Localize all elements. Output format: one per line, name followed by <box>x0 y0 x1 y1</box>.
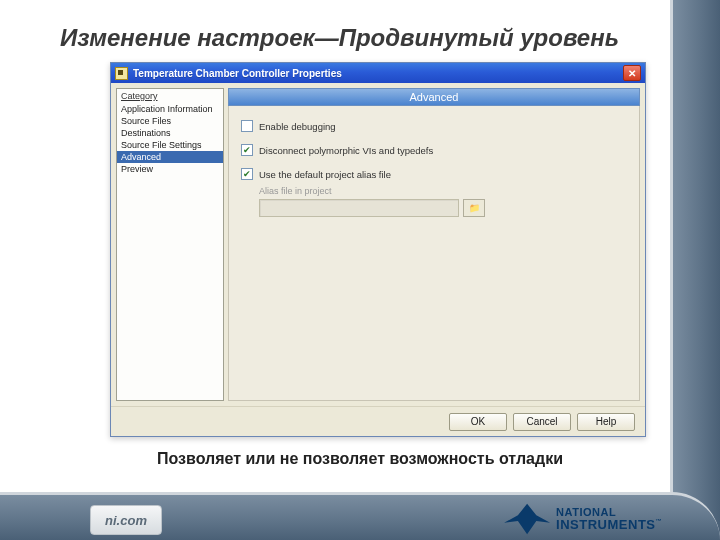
ni-com-badge: ni.com <box>90 505 162 535</box>
category-item-source-files[interactable]: Source Files <box>117 115 223 127</box>
ok-button[interactable]: OK <box>449 413 507 431</box>
alias-file-label: Alias file in project <box>259 186 627 196</box>
category-item-source-file-settings[interactable]: Source File Settings <box>117 139 223 151</box>
checkbox-disconnect-polymorphic[interactable]: ✔ <box>241 144 253 156</box>
checkbox-row-use-default-alias: ✔ Use the default project alias file <box>241 168 627 180</box>
checkbox-label: Use the default project alias file <box>259 169 391 180</box>
checkbox-row-disconnect-polymorphic: ✔ Disconnect polymorphic VIs and typedef… <box>241 144 627 156</box>
category-item-application-information[interactable]: Application Information <box>117 103 223 115</box>
panel-content: Enable debugging ✔ Disconnect polymorphi… <box>228 106 640 401</box>
checkbox-label: Enable debugging <box>259 121 336 132</box>
checkbox-enable-debugging[interactable] <box>241 120 253 132</box>
cancel-button[interactable]: Cancel <box>513 413 571 431</box>
checkbox-use-default-alias[interactable]: ✔ <box>241 168 253 180</box>
category-item-advanced[interactable]: Advanced <box>117 151 223 163</box>
folder-icon: 📁 <box>469 203 480 213</box>
titlebar-text: Temperature Chamber Controller Propertie… <box>133 68 623 79</box>
category-item-destinations[interactable]: Destinations <box>117 127 223 139</box>
ni-logo: NATIONAL INSTRUMENTS™ <box>504 500 662 538</box>
help-button[interactable]: Help <box>577 413 635 431</box>
close-icon: ✕ <box>628 68 636 79</box>
ni-eagle-icon <box>504 500 550 538</box>
logo-line-2: INSTRUMENTS™ <box>556 518 662 531</box>
dialog-body: Category Application Information Source … <box>111 83 645 406</box>
browse-button[interactable]: 📁 <box>463 199 485 217</box>
main-panel: Advanced Enable debugging ✔ Disconnect p… <box>228 88 640 401</box>
properties-dialog: Temperature Chamber Controller Propertie… <box>110 62 646 437</box>
titlebar[interactable]: Temperature Chamber Controller Propertie… <box>111 63 645 83</box>
alias-file-input[interactable] <box>259 199 459 217</box>
dialog-button-bar: OK Cancel Help <box>111 406 645 436</box>
checkbox-row-enable-debugging: Enable debugging <box>241 120 627 132</box>
slide-caption: Позволяет или не позволяет возможность о… <box>0 450 720 468</box>
slide-title: Изменение настроек—Продвинутый уровень <box>60 24 619 52</box>
app-icon <box>115 67 128 80</box>
alias-file-row: 📁 <box>259 199 627 217</box>
category-header: Category <box>117 89 223 103</box>
close-button[interactable]: ✕ <box>623 65 641 81</box>
category-item-preview[interactable]: Preview <box>117 163 223 175</box>
panel-header: Advanced <box>228 88 640 106</box>
ni-logo-text: NATIONAL INSTRUMENTS™ <box>556 507 662 531</box>
category-list: Category Application Information Source … <box>116 88 224 401</box>
checkbox-label: Disconnect polymorphic VIs and typedefs <box>259 145 433 156</box>
